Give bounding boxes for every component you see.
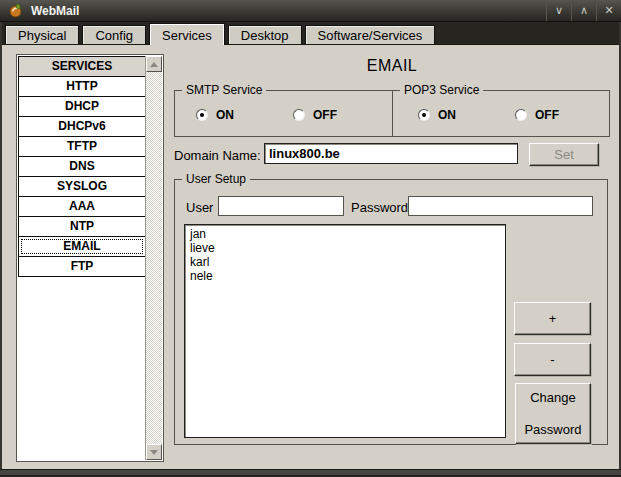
set-button[interactable]: Set [529, 143, 599, 166]
password-input[interactable] [408, 196, 593, 216]
services-list: SERVICES HTTP DHCP DHCPv6 TFTP DNS SYSLO… [18, 56, 146, 277]
user-list[interactable]: jan lieve karl nele [184, 224, 506, 438]
window-frame-left [0, 22, 2, 477]
services-sidebar: SERVICES HTTP DHCP DHCPv6 TFTP DNS SYSLO… [16, 54, 164, 462]
pop3-service-group: POP3 Service ON OFF [392, 90, 610, 137]
sidebar-item-http[interactable]: HTTP [18, 76, 146, 97]
sidebar-item-dhcp[interactable]: DHCP [18, 96, 146, 117]
pop3-service-legend: POP3 Service [400, 83, 483, 97]
sidebar-item-ftp[interactable]: FTP [18, 256, 146, 277]
user-setup-legend: User Setup [182, 172, 250, 186]
window-frame-bottom [0, 469, 621, 477]
smtp-off-radio[interactable] [293, 109, 305, 121]
user-label: User [186, 200, 213, 215]
tab-physical[interactable]: Physical [5, 25, 79, 44]
scroll-down-icon[interactable] [146, 444, 162, 460]
pop3-off-label: OFF [535, 108, 559, 122]
smtp-service-group: SMTP Service ON OFF [174, 90, 393, 137]
sidebar-item-ntp[interactable]: NTP [18, 216, 146, 237]
sidebar-item-dns[interactable]: DNS [18, 156, 146, 177]
pop3-on-label: ON [438, 108, 456, 122]
smtp-off-label: OFF [313, 108, 337, 122]
change-password-button[interactable]: Change Password [515, 383, 591, 444]
titlebar: WebMail ∨ ∧ ✕ [0, 0, 621, 22]
close-icon[interactable]: ✕ [596, 0, 621, 21]
smtp-on-option[interactable]: ON [196, 108, 234, 122]
tab-services[interactable]: Services [149, 23, 225, 45]
pop3-on-option[interactable]: ON [418, 108, 456, 122]
tab-config[interactable]: Config [82, 25, 146, 44]
user-setup-group: User Setup User Password jan lieve karl … [174, 179, 608, 445]
password-label: Password [351, 200, 408, 215]
page-title: EMAIL [172, 57, 612, 75]
sidebar-item-syslog[interactable]: SYSLOG [18, 176, 146, 197]
smtp-on-label: ON [216, 108, 234, 122]
list-item[interactable]: karl [190, 255, 500, 269]
domain-name-input[interactable] [264, 143, 518, 164]
add-user-button[interactable]: + [514, 302, 591, 335]
change-password-line2: Password [524, 422, 581, 437]
smtp-service-legend: SMTP Service [182, 83, 266, 97]
app-icon [8, 3, 23, 18]
pop3-on-radio[interactable] [418, 109, 430, 121]
list-item[interactable]: nele [190, 269, 500, 283]
domain-name-label: Domain Name: [174, 148, 261, 163]
smtp-on-radio[interactable] [196, 109, 208, 121]
tab-software-services[interactable]: Software/Services [305, 25, 436, 44]
tab-desktop[interactable]: Desktop [228, 25, 302, 44]
list-item[interactable]: lieve [190, 241, 500, 255]
remove-user-button[interactable]: - [514, 343, 591, 376]
webmail-window: WebMail ∨ ∧ ✕ Physical Config Services D… [0, 0, 621, 477]
sidebar-item-tftp[interactable]: TFTP [18, 136, 146, 157]
sidebar-scrollbar[interactable] [145, 56, 162, 460]
smtp-off-option[interactable]: OFF [293, 108, 337, 122]
sidebar-item-aaa[interactable]: AAA [18, 196, 146, 217]
change-password-line1: Change [530, 390, 576, 405]
services-panel: SERVICES HTTP DHCP DHCPv6 TFTP DNS SYSLO… [2, 45, 619, 469]
tab-bar: Physical Config Services Desktop Softwar… [0, 22, 621, 45]
list-item[interactable]: jan [190, 227, 500, 241]
maximize-icon[interactable]: ∧ [571, 0, 596, 21]
scroll-up-icon[interactable] [146, 56, 162, 72]
window-title: WebMail [31, 4, 79, 18]
sidebar-item-email[interactable]: EMAIL [18, 236, 146, 257]
services-list-header: SERVICES [18, 56, 146, 77]
pop3-off-radio[interactable] [515, 109, 527, 121]
pop3-off-option[interactable]: OFF [515, 108, 559, 122]
minimize-icon[interactable]: ∨ [546, 0, 571, 21]
sidebar-item-dhcpv6[interactable]: DHCPv6 [18, 116, 146, 137]
window-controls: ∨ ∧ ✕ [546, 0, 621, 21]
user-input[interactable] [218, 196, 344, 216]
